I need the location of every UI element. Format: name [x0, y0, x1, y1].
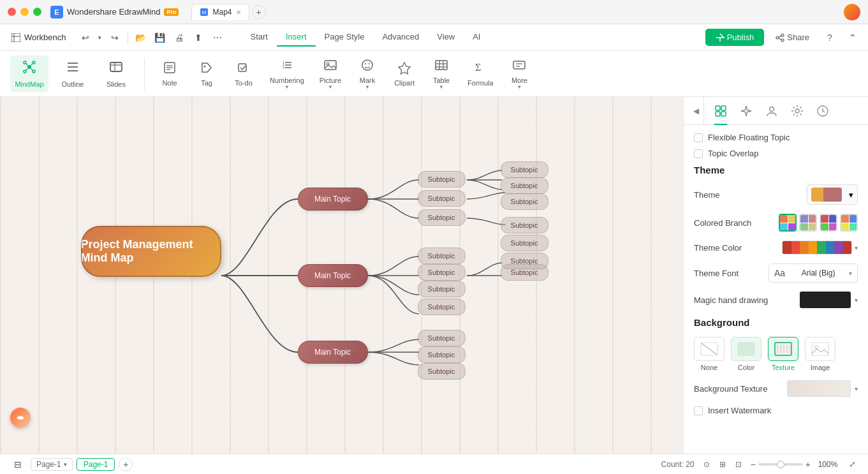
- help-btn[interactable]: ?: [821, 29, 839, 47]
- flexible-floating-checkbox[interactable]: [694, 133, 703, 142]
- branch-opt-3[interactable]: [820, 214, 837, 232]
- watermark-checkbox[interactable]: [694, 406, 703, 415]
- menu-tab-page-style[interactable]: Page Style: [316, 28, 374, 47]
- watermark-label: Insert Watermark: [708, 406, 771, 415]
- panel-toggle-btn[interactable]: ⊟: [9, 455, 27, 473]
- subtopic-b1[interactable]: Subtopic: [418, 330, 466, 346]
- redo-btn[interactable]: ↪: [106, 29, 124, 47]
- subtopic-t1-2[interactable]: Subtopic: [501, 177, 548, 194]
- texture-bar-arrow[interactable]: ▾: [855, 385, 858, 392]
- mark-icon: [360, 58, 374, 75]
- more-actions-btn[interactable]: ⋯: [209, 29, 226, 47]
- toolbar-item-more[interactable]: More ▼: [503, 54, 535, 94]
- font-selector[interactable]: Aa Arial (Big) ▾: [769, 263, 858, 283]
- central-node[interactable]: Project Management Mind Map: [81, 226, 221, 277]
- user-avatar[interactable]: [844, 4, 860, 20]
- close-window-btn[interactable]: [8, 8, 16, 16]
- menu-tab-advanced[interactable]: Advanced: [373, 28, 428, 47]
- menu-tab-view[interactable]: View: [428, 28, 464, 47]
- topic-overlap-checkbox[interactable]: [694, 149, 703, 158]
- tab-map4[interactable]: M Map4 ✕: [191, 4, 249, 20]
- save-btn[interactable]: 💾: [151, 29, 169, 47]
- main-topic-1[interactable]: Main Topic: [298, 188, 368, 211]
- toolbar-group-slides[interactable]: Slides: [97, 56, 135, 92]
- workbench-btn[interactable]: Workbench: [6, 30, 71, 45]
- zoom-slider[interactable]: [758, 463, 803, 466]
- colored-branch-label: Colored Branch: [694, 218, 779, 228]
- collapse-menu-btn[interactable]: ⌃: [844, 29, 862, 47]
- grid-view-btn[interactable]: ⊞: [716, 457, 730, 471]
- open-btn[interactable]: 📂: [132, 29, 150, 47]
- zoom-minus-btn[interactable]: −: [751, 459, 756, 470]
- subtopic-t3[interactable]: Subtopic: [418, 209, 466, 226]
- bg-opt-color[interactable]: Color: [731, 337, 761, 371]
- subtopic-m1[interactable]: Subtopic: [418, 248, 466, 264]
- subtopic-t2[interactable]: Subtopic: [418, 190, 466, 207]
- toolbar-item-formula[interactable]: Σ Formula: [462, 57, 498, 91]
- subtopic-b3[interactable]: Subtopic: [418, 363, 466, 380]
- undo-btn[interactable]: ↩: [77, 29, 94, 47]
- subtopic-t1-1[interactable]: Subtopic: [501, 161, 548, 178]
- theme-color-dropdown-arrow[interactable]: ▾: [855, 244, 858, 251]
- print-btn[interactable]: 🖨: [170, 29, 188, 47]
- toolbar-group-outline[interactable]: Outline: [54, 56, 92, 92]
- subtopic-t2-1[interactable]: Subtopic: [501, 217, 548, 233]
- subtopic-b2[interactable]: Subtopic: [418, 346, 466, 363]
- bg-opt-texture[interactable]: Texture: [768, 337, 798, 371]
- toolbar-item-mark[interactable]: Mark ▼: [351, 54, 383, 94]
- subtopic-t3-1[interactable]: Subtopic: [501, 235, 548, 251]
- tab-close-btn[interactable]: ✕: [236, 9, 241, 16]
- theme-dropdown[interactable]: ▾: [807, 184, 858, 205]
- panel-tab-settings[interactable]: [786, 100, 809, 122]
- menu-tab-start[interactable]: Start: [242, 28, 277, 47]
- minimize-window-btn[interactable]: [20, 8, 29, 16]
- toolbar-item-todo[interactable]: To-do: [228, 57, 260, 91]
- menu-tab-ai[interactable]: AI: [464, 28, 489, 47]
- active-page-label[interactable]: Page-1: [77, 458, 115, 471]
- toolbar-item-table[interactable]: Table ▼: [425, 54, 457, 94]
- branch-opt-2[interactable]: [799, 214, 817, 232]
- branch-opt-1[interactable]: [779, 214, 797, 232]
- export-btn[interactable]: ⬆: [189, 29, 207, 47]
- subtopic-t1-3[interactable]: Subtopic: [501, 193, 548, 210]
- panel-collapse-btn[interactable]: ◀: [689, 97, 704, 125]
- branch-opt-4[interactable]: [840, 214, 858, 232]
- texture-bar[interactable]: [787, 380, 851, 397]
- maximize-window-btn[interactable]: [33, 8, 41, 16]
- subtopic-m3[interactable]: Subtopic: [418, 281, 466, 297]
- toolbar-item-picture[interactable]: Picture ▼: [314, 54, 346, 94]
- main-topic-3[interactable]: Main Topic: [298, 341, 368, 364]
- subtopic-m4[interactable]: Subtopic: [418, 299, 466, 315]
- toolbar-group-mindmap[interactable]: MindMap: [10, 56, 48, 92]
- subtopic-m1-1[interactable]: Subtopic: [501, 253, 548, 269]
- bg-opt-image[interactable]: Image: [805, 337, 835, 371]
- zoom-percentage[interactable]: 100%: [816, 460, 840, 469]
- subtopic-m2[interactable]: Subtopic: [418, 264, 466, 281]
- panel-tab-layout[interactable]: [709, 100, 732, 122]
- toolbar-item-clipart[interactable]: Clipart: [388, 57, 420, 91]
- canvas[interactable]: Project Management Mind Map Main Topic M…: [0, 97, 683, 454]
- add-tab-btn[interactable]: +: [252, 5, 266, 19]
- subtopic-t1[interactable]: Subtopic: [418, 171, 466, 188]
- fullscreen-btn[interactable]: ⤢: [845, 457, 859, 471]
- panel-tab-sparkle[interactable]: [735, 100, 758, 122]
- zoom-plus-btn[interactable]: +: [805, 459, 811, 470]
- bg-opt-none[interactable]: None: [694, 337, 725, 371]
- magic-hand-swatch[interactable]: [800, 292, 851, 308]
- panel-tab-clock[interactable]: [811, 100, 834, 122]
- magic-hand-arrow[interactable]: ▾: [855, 297, 858, 304]
- undo-dropdown[interactable]: ▾: [96, 29, 105, 47]
- publish-btn[interactable]: Publish: [705, 29, 765, 46]
- page-1-btn[interactable]: Page-1 ▾: [31, 458, 73, 471]
- panel-tab-person[interactable]: [760, 100, 783, 122]
- fit-page-btn[interactable]: ⊙: [700, 457, 714, 471]
- fit-width-btn[interactable]: ⊡: [732, 457, 746, 471]
- main-topic-2[interactable]: Main Topic: [298, 264, 368, 287]
- add-page-btn[interactable]: +: [119, 457, 133, 471]
- share-btn[interactable]: Share: [769, 29, 816, 46]
- toolbar-item-numbering[interactable]: 123 Numbering ▼: [265, 54, 309, 94]
- toolbar-item-tag[interactable]: Tag: [191, 57, 223, 91]
- theme-color-bar[interactable]: [782, 241, 852, 255]
- menu-tab-insert[interactable]: Insert: [277, 28, 316, 47]
- toolbar-item-note[interactable]: Note: [154, 57, 186, 91]
